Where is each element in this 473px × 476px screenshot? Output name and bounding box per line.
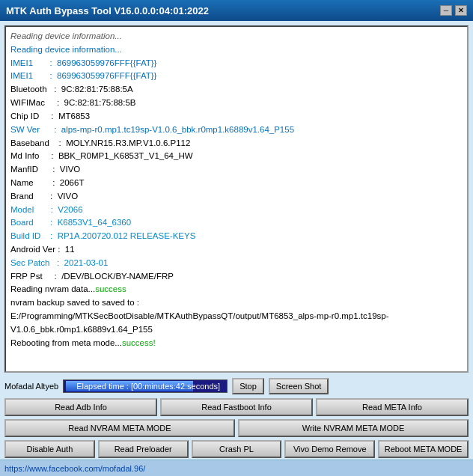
disable-auth-button[interactable]: Disable Auth bbox=[4, 440, 95, 458]
log-line: Build ID : RP1A.200720.012 RELEASE-KEYS bbox=[10, 230, 463, 243]
log-line: Brand : VIVO bbox=[10, 190, 463, 204]
log-line: Reading device information... bbox=[10, 30, 463, 43]
log-line: E:/Programming/MTKSecBootDisable/MTKAuth… bbox=[10, 310, 463, 337]
title-bar: MTK Auth Bypass Tool V16.0.0.0:04:01:202… bbox=[0, 0, 473, 21]
read-preloader-button[interactable]: Read Preloader bbox=[98, 440, 189, 458]
reboot-meta-mode-button[interactable]: Reboot META MODE bbox=[378, 440, 469, 458]
screenshot-button[interactable]: Screen Shot bbox=[269, 378, 329, 394]
log-line: Reading device information... bbox=[10, 43, 463, 57]
progress-bar-container: Elapsed time : [00:minutes:42:seconds] bbox=[63, 379, 228, 393]
user-label: Mofadal Altyeb bbox=[4, 382, 58, 391]
read-meta-info-button[interactable]: Read META Info bbox=[316, 398, 469, 416]
read-fastboot-info-button[interactable]: Read Fastboot Info bbox=[160, 398, 313, 416]
log-line: Board : K6853V1_64_6360 bbox=[10, 216, 463, 230]
footer-bar: https://www.facebook.com/mofadal.96/ bbox=[0, 460, 473, 476]
stop-button[interactable]: Stop bbox=[232, 378, 264, 394]
log-line: Name : 2066T bbox=[10, 177, 463, 190]
log-line: Baseband : MOLY.NR15.R3.MP.V1.0.6.P112 bbox=[10, 137, 463, 150]
progress-bar-fill bbox=[66, 381, 193, 391]
log-line: Bluetooth : 9C:82:81:75:88:5A bbox=[10, 83, 463, 97]
close-button[interactable]: ✕ bbox=[455, 5, 467, 16]
log-line: FRP Pst : /DEV/BLOCK/BY-NAME/FRP bbox=[10, 270, 463, 284]
log-line: Rebooting from meta mode...success! bbox=[10, 337, 463, 350]
log-line: Reading nvram data...success bbox=[10, 283, 463, 296]
log-line: Md Info : BBK_R0MP1_K6853T_V1_64_HW bbox=[10, 150, 463, 163]
read-nvram-meta-mode-button[interactable]: Read NVRAM META MODE bbox=[4, 419, 235, 437]
log-line: Model : V2066 bbox=[10, 204, 463, 217]
footer-url: https://www.facebook.com/mofadal.96/ bbox=[4, 464, 145, 473]
vivo-demo-remove-button[interactable]: Vivo Demo Remove bbox=[284, 440, 375, 458]
crash-pl-button[interactable]: Crash PL bbox=[192, 440, 282, 458]
log-line: IMEI1 : 869963059976FFF{{FAT}} bbox=[10, 57, 463, 70]
log-line: nvram backup saved to saved to : bbox=[10, 296, 463, 310]
log-line: Chip ID : MT6853 bbox=[10, 110, 463, 123]
log-line: Sec Patch : 2021-03-01 bbox=[10, 257, 463, 270]
read-adb-info-button[interactable]: Read Adb Info bbox=[4, 398, 157, 416]
log-area: Reading device information... Reading de… bbox=[4, 25, 469, 373]
log-line: IMEI1 : 869963059976FFF{{FAT}} bbox=[10, 70, 463, 83]
log-line: ManfID : VIVO bbox=[10, 163, 463, 177]
write-nvram-meta-mode-button[interactable]: Write NVRAM META MODE bbox=[238, 419, 469, 437]
app-title: MTK Auth Bypass Tool V16.0.0.0:04:01:202… bbox=[6, 5, 209, 16]
log-line: WIFIMac : 9C:82:81:75:88:5B bbox=[10, 97, 463, 110]
minimize-button[interactable]: ─ bbox=[440, 5, 452, 16]
log-line: Android Ver : 11 bbox=[10, 243, 463, 257]
log-line: SW Ver : alps-mp-r0.mp1.tc19sp-V1.0.6_bb… bbox=[10, 123, 463, 137]
